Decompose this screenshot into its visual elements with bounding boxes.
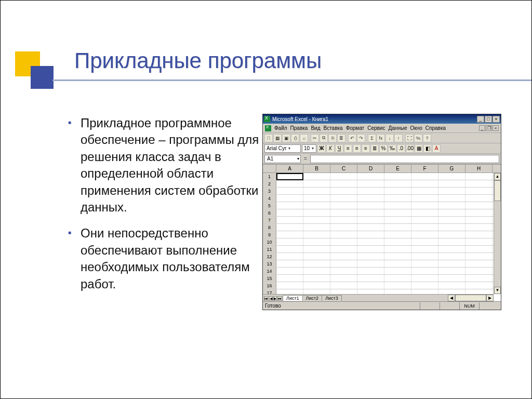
row-header[interactable]: 15 — [263, 275, 276, 282]
cell[interactable] — [357, 195, 384, 202]
cell[interactable] — [330, 268, 357, 274]
cell[interactable] — [466, 260, 493, 267]
cell[interactable] — [330, 282, 357, 289]
format-button[interactable]: К — [326, 144, 335, 153]
menu-window[interactable]: Окно — [410, 125, 422, 131]
cell[interactable] — [411, 275, 438, 282]
menu-help[interactable]: Справка — [425, 125, 446, 131]
cell[interactable] — [330, 195, 357, 202]
cell[interactable] — [384, 209, 411, 216]
format-button[interactable]: ≡ — [362, 144, 370, 153]
menu-view[interactable]: Вид — [311, 125, 320, 131]
cell[interactable] — [438, 180, 466, 187]
row-header[interactable]: 1 — [263, 173, 276, 180]
cell[interactable] — [466, 282, 493, 289]
toolbar-button[interactable]: ↶ — [348, 134, 356, 142]
column-header[interactable]: D — [357, 165, 384, 172]
formula-input[interactable] — [310, 155, 499, 163]
format-button[interactable]: ◧ — [423, 144, 432, 153]
cell[interactable] — [276, 268, 303, 274]
cell[interactable] — [276, 209, 303, 216]
cell[interactable] — [303, 260, 330, 267]
cell[interactable] — [438, 253, 466, 260]
cell[interactable] — [466, 289, 493, 294]
cell[interactable] — [357, 275, 384, 282]
cell[interactable] — [276, 173, 303, 180]
column-header[interactable]: H — [466, 165, 493, 172]
cell[interactable] — [303, 289, 330, 294]
cell[interactable] — [438, 275, 466, 282]
cell[interactable] — [357, 202, 384, 209]
cell[interactable] — [438, 173, 466, 180]
cell[interactable] — [384, 217, 411, 223]
row-header[interactable]: 14 — [263, 268, 276, 274]
toolbar-button[interactable]: ⧉ — [320, 134, 328, 142]
toolbar-button[interactable]: ⎘ — [328, 134, 337, 142]
worksheet-grid[interactable]: ABCDEFGH 1234567891011121314151617181920… — [263, 164, 501, 301]
column-header[interactable]: E — [384, 165, 411, 172]
cell[interactable] — [411, 217, 438, 223]
cell[interactable] — [330, 217, 357, 223]
row-header[interactable]: 10 — [263, 238, 276, 245]
doc-minimize-button[interactable]: _ — [479, 125, 485, 131]
cell[interactable] — [438, 217, 466, 223]
cell[interactable] — [303, 282, 330, 289]
row-header[interactable]: 12 — [263, 253, 276, 260]
column-header[interactable]: B — [303, 165, 330, 172]
format-button[interactable]: .0 — [397, 144, 405, 153]
cell[interactable] — [303, 246, 330, 252]
menu-edit[interactable]: Правка — [290, 125, 308, 131]
cell[interactable] — [384, 238, 411, 245]
cell[interactable] — [303, 209, 330, 216]
row-header[interactable]: 6 — [263, 209, 276, 216]
cell[interactable] — [411, 231, 438, 238]
cell[interactable] — [303, 231, 330, 238]
fx-label[interactable]: = — [304, 156, 307, 162]
cell[interactable] — [357, 188, 384, 194]
cell[interactable] — [357, 246, 384, 252]
cell[interactable] — [384, 275, 411, 282]
cell[interactable] — [384, 173, 411, 180]
cell[interactable] — [330, 188, 357, 194]
toolbar-button[interactable]: % — [414, 134, 422, 142]
format-button[interactable]: A — [432, 144, 441, 153]
sheet-nav-button[interactable]: ◀ — [269, 296, 273, 301]
name-box[interactable]: A1 — [264, 155, 301, 163]
cell[interactable] — [303, 238, 330, 245]
vscroll-thumb[interactable] — [494, 180, 501, 201]
cell[interactable] — [438, 231, 466, 238]
cell[interactable] — [276, 180, 303, 187]
cell[interactable] — [411, 195, 438, 202]
cell[interactable] — [303, 180, 330, 187]
cell[interactable] — [384, 195, 411, 202]
cell[interactable] — [276, 224, 303, 231]
cell[interactable] — [357, 289, 384, 294]
hscroll-thumb[interactable] — [455, 295, 486, 301]
cell[interactable] — [303, 202, 330, 209]
format-button[interactable]: Ж — [317, 144, 326, 153]
scroll-up-icon[interactable]: ▲ — [494, 173, 501, 180]
row-header[interactable]: 8 — [263, 224, 276, 231]
cell[interactable] — [411, 224, 438, 231]
cell[interactable] — [411, 268, 438, 274]
cell[interactable] — [466, 217, 493, 223]
window-minimize-button[interactable]: _ — [477, 116, 484, 123]
cell[interactable] — [330, 202, 357, 209]
scroll-left-icon[interactable]: ◀ — [448, 295, 455, 301]
toolbar-button[interactable]: ⛶ — [405, 134, 414, 142]
toolbar-button[interactable]: ✂ — [311, 134, 319, 142]
cell[interactable] — [411, 253, 438, 260]
sheet-tab[interactable]: Лист1 — [283, 295, 303, 301]
row-header[interactable]: 17 — [263, 289, 276, 294]
cell[interactable] — [438, 238, 466, 245]
cell[interactable] — [411, 260, 438, 267]
cell[interactable] — [411, 188, 438, 194]
cell[interactable] — [466, 180, 493, 187]
cell[interactable] — [276, 238, 303, 245]
cell[interactable] — [466, 173, 493, 180]
cell[interactable] — [384, 289, 411, 294]
menu-data[interactable]: Данные — [388, 125, 407, 131]
cell[interactable] — [466, 209, 493, 216]
doc-restore-button[interactable]: ❐ — [486, 125, 492, 131]
vertical-scrollbar[interactable]: ▲ ▼ — [494, 173, 501, 294]
